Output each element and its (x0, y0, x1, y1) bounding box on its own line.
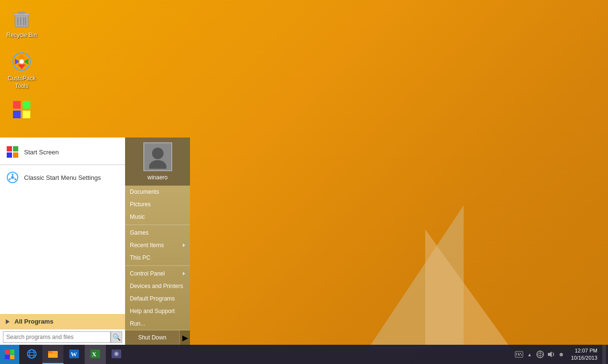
default-programs-label: Default Programs (130, 295, 175, 302)
start-screen-icon (6, 145, 19, 159)
username-label: winaero (147, 174, 167, 181)
classic-settings-item[interactable]: Classic Start Menu Settings (0, 167, 125, 188)
svg-rect-14 (13, 101, 21, 109)
svg-rect-20 (7, 152, 12, 158)
custopack-tools-icon[interactable]: CustoPack Tools (2, 48, 41, 92)
shutdown-options-button[interactable]: ▶ (179, 330, 190, 345)
start-menu-left-panel: Start Screen (0, 138, 125, 345)
start-screen-label: Start Screen (24, 149, 59, 156)
menu-divider-1 (0, 164, 125, 165)
svg-line-29 (14, 178, 14, 178)
music-item[interactable]: Music (125, 211, 190, 223)
svg-rect-16 (13, 111, 21, 118)
taskbar-tray: ▲ ☻ 12:07 PM 10/16/2013 (514, 345, 608, 364)
recycle-bin-label: Recycle Bin (6, 32, 37, 39)
control-panel-item[interactable]: Control Panel (125, 267, 190, 280)
keyboard-icon[interactable] (514, 350, 524, 359)
search-bar: 🔍 (0, 329, 125, 345)
svg-rect-53 (518, 354, 520, 355)
shutdown-label: Shut Down (138, 334, 166, 341)
svg-point-24 (9, 178, 11, 180)
shutdown-button[interactable]: Shut Down (125, 330, 179, 345)
svg-rect-21 (13, 152, 18, 158)
svg-rect-50 (518, 353, 519, 354)
start-screen-item[interactable]: Start Screen (0, 141, 125, 163)
svg-line-28 (11, 178, 11, 178)
taskbar-other-button[interactable] (106, 345, 127, 364)
music-label: Music (130, 213, 145, 220)
svg-rect-0 (15, 14, 28, 27)
svg-text:W: W (71, 351, 77, 358)
clock-time: 12:07 PM (575, 347, 597, 354)
start-menu-pinned-items: Start Screen (0, 138, 125, 314)
recycle-bin-image (10, 7, 33, 30)
documents-item[interactable]: Documents (125, 186, 190, 198)
svg-rect-18 (7, 146, 12, 151)
run-label: Run... (130, 320, 145, 327)
search-input[interactable] (3, 331, 111, 343)
user-area[interactable]: winaero (125, 138, 190, 186)
svg-rect-49 (516, 353, 517, 354)
classic-settings-label: Classic Start Menu Settings (24, 174, 101, 181)
svg-point-13 (19, 59, 24, 64)
taskbar: W X (0, 345, 608, 364)
svg-point-26 (11, 176, 14, 179)
svg-point-33 (27, 350, 36, 358)
recent-items-item[interactable]: Recent Items (125, 239, 190, 251)
games-item[interactable]: Games (125, 226, 190, 239)
svg-rect-15 (23, 101, 30, 109)
help-support-label: Help and Support (130, 308, 175, 314)
taskbar-file-explorer-button[interactable] (42, 345, 63, 364)
system-clock[interactable]: 12:07 PM 10/16/2013 (567, 347, 601, 362)
svg-point-34 (29, 350, 34, 358)
colorpick-icon[interactable] (2, 96, 41, 125)
start-menu: Start Screen (0, 138, 190, 345)
decorative-shape-2 (425, 229, 512, 350)
search-button[interactable]: 🔍 (111, 331, 122, 343)
control-panel-arrow-icon (183, 272, 185, 276)
all-programs-label: All Programs (14, 318, 53, 325)
help-support-item[interactable]: Help and Support (125, 305, 190, 317)
volume-icon[interactable] (546, 350, 556, 359)
desktop: Recycle Bin CustoPack Tools (0, 0, 608, 364)
start-menu-right-panel: winaero Documents Pictures Music Games (125, 138, 190, 345)
shutdown-area: Shut Down ▶ (125, 330, 190, 345)
svg-rect-51 (520, 353, 521, 354)
network-icon[interactable] (535, 350, 545, 359)
default-programs-item[interactable]: Default Programs (125, 292, 190, 305)
right-divider-1 (125, 225, 190, 225)
svg-rect-52 (516, 354, 517, 355)
svg-point-47 (115, 352, 118, 355)
custopack-label: CustoPack Tools (4, 75, 39, 90)
run-item[interactable]: Run... (125, 317, 190, 330)
show-desktop-button[interactable] (602, 345, 606, 364)
start-button[interactable] (0, 345, 19, 364)
svg-rect-39 (48, 351, 52, 353)
this-pc-item[interactable]: This PC (125, 251, 190, 264)
taskbar-pinned-icons: W X (21, 345, 127, 364)
action-center-icon[interactable]: ☻ (557, 350, 566, 359)
this-pc-label: This PC (130, 254, 151, 261)
chevron-up-icon[interactable]: ▲ (525, 350, 534, 359)
pictures-item[interactable]: Pictures (125, 198, 190, 211)
games-label: Games (130, 229, 149, 236)
all-programs-arrow-icon (6, 319, 10, 324)
right-divider-2 (125, 265, 190, 266)
svg-rect-17 (23, 111, 30, 118)
custopack-image (10, 50, 33, 73)
taskbar-word-button[interactable]: W (63, 345, 85, 364)
svg-text:X: X (92, 351, 97, 358)
taskbar-ie-button[interactable] (21, 345, 42, 364)
colorpick-image (10, 98, 33, 121)
control-panel-label: Control Panel (130, 270, 165, 277)
devices-printers-label: Devices and Printers (130, 283, 183, 289)
svg-marker-9 (18, 54, 25, 59)
svg-rect-40 (49, 353, 57, 353)
taskbar-excel-button[interactable]: X (85, 345, 106, 364)
svg-rect-54 (521, 354, 522, 355)
recycle-bin-icon[interactable]: Recycle Bin (2, 5, 41, 41)
svg-marker-57 (548, 351, 552, 357)
user-avatar (143, 142, 172, 171)
devices-printers-item[interactable]: Devices and Printers (125, 280, 190, 292)
all-programs-button[interactable]: All Programs (0, 314, 125, 329)
